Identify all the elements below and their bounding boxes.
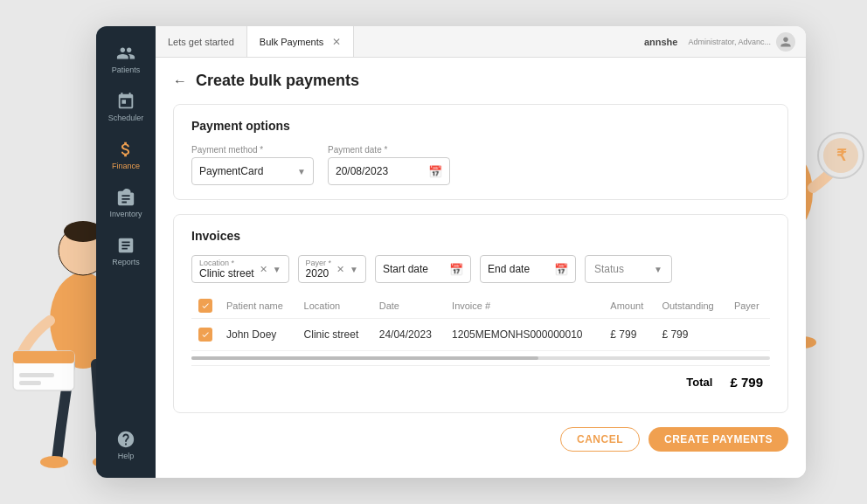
payment-method-select[interactable]: PaymentCard ▼ [191, 157, 314, 185]
invoice-filters: Location * Clinic street ✕ ▼ Payer * 202… [191, 255, 770, 283]
col-header-amount: Amount [603, 293, 655, 319]
location-filter[interactable]: Location * Clinic street ✕ ▼ [191, 255, 289, 283]
payment-date-value: 20/08/2023 [336, 165, 388, 177]
scroll-thumb [191, 356, 538, 360]
invoice-table-container: Patient name Location Date Invoice # Amo… [191, 293, 770, 365]
action-row: CANCEL CREATE PAYMENTS [173, 427, 788, 452]
total-value: £ 799 [730, 375, 763, 390]
sidebar-item-help-label: Help [118, 452, 135, 460]
payer-filter[interactable]: Payer * 2020 ✕ ▼ [298, 255, 366, 283]
total-label: Total [686, 376, 712, 389]
col-header-patient-name: Patient name [219, 293, 297, 319]
table-row: John Doey Clinic street 24/04/2023 1205M… [191, 319, 770, 351]
status-chevron-icon: ▼ [654, 265, 662, 274]
tab-label-1: Bulk Payments [260, 37, 323, 47]
sidebar-item-finance[interactable]: Finance [96, 131, 156, 179]
start-date-filter[interactable]: Start date 📅 [375, 255, 471, 283]
total-row: Total £ 799 [191, 365, 770, 398]
status-filter[interactable]: Status ▼ [585, 255, 672, 283]
sidebar-item-help[interactable]: Help [116, 421, 135, 469]
row-checkbox[interactable] [198, 328, 212, 342]
col-header-invoice: Invoice # [445, 293, 603, 319]
invoice-table: Patient name Location Date Invoice # Amo… [191, 293, 770, 351]
payer-filter-label: Payer * [306, 259, 332, 267]
invoices-card: Invoices Location * Clinic street ✕ ▼ Pa… [173, 214, 788, 413]
location-clear-icon[interactable]: ✕ [260, 264, 267, 275]
select-all-checkbox[interactable] [198, 299, 212, 313]
tab-bulk-payments[interactable]: Bulk Payments ✕ [247, 26, 354, 57]
payer-filter-value: 2020 [306, 267, 329, 280]
tab-lets-get-started[interactable]: Lets get started [156, 26, 247, 57]
payment-date-field: Payment date * 20/08/2023 📅 [328, 145, 450, 185]
page-header: ← Create bulk payments [173, 72, 788, 90]
payment-form-row: Payment method * PaymentCard ▼ Payment d… [191, 145, 770, 185]
patient-name-cell: John Doey [219, 319, 297, 351]
create-payments-button[interactable]: CREATE PAYMENTS [649, 427, 788, 452]
page-content: ← Create bulk payments Payment options P… [156, 58, 806, 478]
payer-cell [727, 319, 770, 351]
sidebar-item-finance-label: Finance [112, 162, 140, 170]
sidebar-item-patients[interactable]: Patients [96, 35, 156, 83]
app-shell: Patients Scheduler Finance Inventory Rep… [96, 26, 806, 478]
location-filter-value: Clinic street [199, 267, 254, 280]
col-header-outstanding: Outstanding [655, 293, 727, 319]
payment-method-value: PaymentCard [199, 165, 263, 177]
payment-method-label: Payment method * [191, 145, 314, 155]
calendar-icon: 📅 [428, 165, 442, 178]
payment-method-field: Payment method * PaymentCard ▼ [191, 145, 314, 185]
sidebar-item-scheduler[interactable]: Scheduler [96, 83, 156, 131]
sidebar-item-reports[interactable]: Reports [96, 227, 156, 275]
table-header-row: Patient name Location Date Invoice # Amo… [191, 293, 770, 319]
status-placeholder: Status [594, 263, 624, 275]
tab-close-icon[interactable]: ✕ [332, 36, 341, 48]
row-checkbox-cell [191, 319, 219, 351]
svg-rect-7 [19, 373, 54, 377]
payment-options-title: Payment options [191, 119, 770, 133]
col-header-location: Location [297, 293, 372, 319]
col-header-payer: Payer [727, 293, 770, 319]
invoice-num-cell: 1205MEMONHS000000010 [445, 319, 603, 351]
sidebar-item-scheduler-label: Scheduler [108, 114, 144, 122]
end-date-filter[interactable]: End date 📅 [480, 255, 576, 283]
svg-rect-6 [13, 351, 74, 363]
user-name: annshe [644, 37, 678, 47]
location-chevron-icon: ▼ [273, 265, 281, 274]
end-date-calendar-icon: 📅 [554, 263, 568, 276]
outstanding-cell: £ 799 [655, 319, 727, 351]
col-header-checkbox [191, 293, 219, 319]
svg-point-3 [40, 456, 68, 468]
svg-rect-8 [19, 381, 41, 385]
page-title: Create bulk payments [196, 72, 359, 90]
avatar[interactable] [776, 32, 795, 52]
date-cell: 24/04/2023 [372, 319, 445, 351]
scroll-indicator [191, 356, 770, 360]
sidebar: Patients Scheduler Finance Inventory Rep… [96, 26, 156, 478]
tab-label-0: Lets get started [168, 37, 234, 47]
payer-clear-icon[interactable]: ✕ [336, 264, 344, 275]
cancel-button[interactable]: CANCEL [560, 427, 640, 452]
sidebar-item-inventory-label: Inventory [109, 210, 142, 218]
location-cell: Clinic street [297, 319, 372, 351]
start-date-placeholder: Start date [383, 263, 428, 275]
user-role: Administrator, Advanc... [688, 38, 771, 46]
payment-date-input[interactable]: 20/08/2023 📅 [328, 157, 450, 185]
payer-chevron-icon: ▼ [350, 265, 358, 274]
main-area: Lets get started Bulk Payments ✕ annshe … [156, 26, 806, 478]
sidebar-item-reports-label: Reports [112, 258, 140, 266]
sidebar-item-inventory[interactable]: Inventory [96, 179, 156, 227]
start-date-calendar-icon: 📅 [449, 263, 463, 276]
col-header-date: Date [372, 293, 445, 319]
chevron-down-icon: ▼ [297, 167, 306, 176]
amount-cell: £ 799 [603, 319, 655, 351]
end-date-placeholder: End date [488, 263, 530, 275]
location-filter-label: Location * [199, 259, 254, 267]
svg-text:₹: ₹ [836, 147, 847, 164]
payment-date-label: Payment date * [328, 145, 450, 155]
sidebar-item-patients-label: Patients [112, 66, 141, 74]
tab-bar: Lets get started Bulk Payments ✕ annshe … [156, 26, 806, 58]
back-button[interactable]: ← [173, 73, 187, 89]
payment-options-card: Payment options Payment method * Payment… [173, 104, 788, 200]
user-info: annshe Administrator, Advanc... [644, 32, 806, 52]
invoices-title: Invoices [191, 229, 770, 243]
